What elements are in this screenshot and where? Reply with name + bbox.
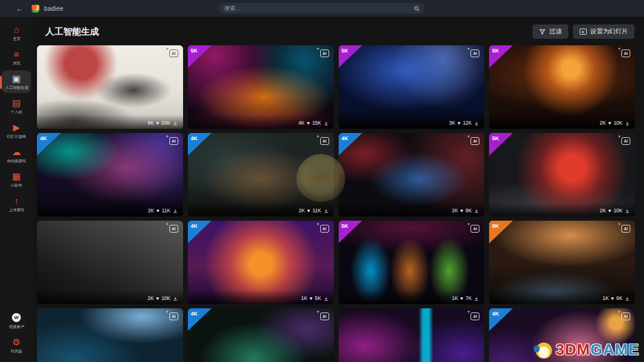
home-icon: ⌂ [14,24,19,35]
ai-generate-button[interactable]: AI [621,49,630,57]
likes-count: 2K [600,208,606,214]
wallpaper-tile[interactable]: 4K AI [188,308,334,362]
tile-stats: 2K ♥ 10K [489,202,635,216]
back-button[interactable]: ← [16,4,23,13]
ai-generate-button[interactable]: AI [470,49,479,57]
wallpaper-tile[interactable]: 5K AI 1K ♥ 7K [339,221,485,304]
wallpaper-tile[interactable]: 8K AI 1K ♥ 6K [489,221,635,304]
ai-generate-button[interactable]: AI [621,225,630,233]
downloads-icon [173,209,178,214]
heart-icon: ♥ [460,296,463,301]
likes-count: 1K [602,295,608,301]
ai-generate-button[interactable]: AI [470,225,479,233]
likes-count: 2K [600,120,606,126]
wallpaper-tile[interactable]: 5K AI 2K ♥ 10K [489,45,635,129]
heart-icon: ♥ [608,120,611,126]
downloads-count: 15K [312,120,321,126]
sidebar-item-account-avatar[interactable]: W 切换账户 [2,310,31,332]
ai-generate-button[interactable]: AI [470,137,479,145]
likes-count: 6K [147,120,153,126]
ai-generate-button[interactable]: AI [169,313,178,320]
wallpaper-tile[interactable]: AI 6K ♥ 24K [37,45,183,129]
sidebar-item-home[interactable]: ⌂ 主页 [2,21,31,44]
wallpaper-tile[interactable]: AI [339,308,485,362]
sidebar-item-widgets[interactable]: ▦ 小部件 [2,168,31,191]
wallpaper-tile[interactable]: 4K AI 2K ♥ 11K [37,133,183,216]
tile-stats: 6K ♥ 24K [37,115,183,129]
downloads-count: 10K [614,208,623,214]
likes-count: 2K [452,208,458,214]
ai-generate-button[interactable]: AI [169,49,178,57]
filter-button[interactable]: 过滤 [532,24,568,39]
downloads-icon [474,296,479,301]
heart-icon: ♥ [156,296,159,301]
set-slideshow-button[interactable]: ▶ 设置为幻灯片 [573,24,634,39]
ai-generate-button[interactable]: AI [169,225,178,233]
heart-icon: ♥ [156,120,159,126]
ai-generate-button[interactable]: AI [470,313,479,320]
downloads-count: 7K [466,295,472,301]
tile-stats: 2K ♥ 10K [37,290,183,304]
likes-count: 4K [298,120,304,126]
wallpaper-tile[interactable]: 5K AI 4K ♥ 15K [188,45,334,129]
ai-generate-button[interactable]: AI [320,137,329,145]
downloads-icon [173,296,178,301]
header-actions: 过滤 ▶ 设置为幻灯片 [532,24,634,39]
sidebar-item-slideshow[interactable]: ▶ 幻灯片放映 [2,119,31,142]
upload-icon: ↑ [14,196,19,206]
wallpaper-art [489,308,635,362]
slideshow-icon: ▶ [13,122,20,132]
ai-generate-button[interactable]: AI [169,137,178,145]
ai-generate-button[interactable]: AI [320,49,329,57]
likes-count: 2K [148,208,154,214]
likes-count: 2K [299,208,305,214]
wallpaper-tile[interactable]: 4K AI 1K ♥ 5K [188,221,334,304]
search-input[interactable]: 搜索... [219,3,425,14]
downloads-icon [625,121,630,126]
downloads-count: 6K [617,295,623,301]
downloads-icon [324,296,329,301]
downloads-icon [173,121,178,126]
widgets-icon: ▦ [12,171,20,181]
tile-stats: 2K ♥ 11K [188,202,334,216]
downloads-icon [324,209,329,214]
ai-generate-button[interactable]: AI [621,137,630,145]
wallpaper-tile[interactable]: 5K AI 2K ♥ 10K [489,133,635,216]
sidebar-item-settings-gear[interactable]: ⚙ 经典版 [2,334,31,357]
likes-count: 2K [147,295,153,301]
ai-generate-button[interactable]: AI [320,313,329,320]
wallpaper-art [37,308,183,362]
auto-wallpaper-icon: ☁ [12,147,21,157]
settings-gear-icon: ⚙ [13,337,20,347]
heart-icon: ♥ [307,120,310,126]
sidebar: ⌂ 主页 ≡ 浏览 ▣ 人工智能生成 ▤ 个人的 ▶ 幻灯片放映 ☁ 自动换壁纸… [0,17,33,362]
heart-icon: ♥ [608,208,611,214]
likes-count: 3K [449,120,455,126]
tile-stats: 4K ♥ 15K [188,115,334,129]
sidebar-item-personal[interactable]: ▤ 个人的 [2,95,31,117]
downloads-count: 11K [312,208,321,214]
wallpaper-tile[interactable]: AI 2K ♥ 10K [37,221,183,304]
ai-generate-button[interactable]: AI [621,313,630,320]
ai-generate-button[interactable]: AI [320,225,329,233]
wallpaper-tile[interactable]: 5K AI 3K ♥ 12K [339,45,485,129]
downloads-icon [625,209,630,214]
heart-icon: ♥ [611,296,614,301]
sidebar-bottom: W 切换账户 ⚙ 经典版 [2,310,31,358]
browse-list-icon: ≡ [14,49,19,59]
search-icon[interactable] [414,6,420,11]
sidebar-item-ai-generate[interactable]: ▣ 人工智能生成 [2,70,31,93]
sidebar-item-auto-wallpaper[interactable]: ☁ 自动换壁纸 [2,144,31,166]
wallpaper-tile[interactable]: AI [37,308,183,362]
wallpaper-tile[interactable]: 4K AI 2K ♥ 8K [339,133,485,216]
sidebar-item-browse-list[interactable]: ≡ 浏览 [2,46,31,69]
ai-generate-icon: ▣ [12,73,20,83]
wallpaper-art [188,308,334,362]
sidebar-item-upload[interactable]: ↑ 上传壁纸 [2,193,31,215]
wallpaper-tile[interactable]: 4K AI [489,308,635,362]
downloads-count: 10K [162,295,171,301]
app-name: badiee [44,5,63,12]
tile-stats: 1K ♥ 7K [339,290,485,304]
wallpaper-tile[interactable]: 4K AI 2K ♥ 11K [188,133,334,216]
wallpaper-grid: AI 6K ♥ 24K 5K AI 4K ♥ 15K [37,45,635,362]
